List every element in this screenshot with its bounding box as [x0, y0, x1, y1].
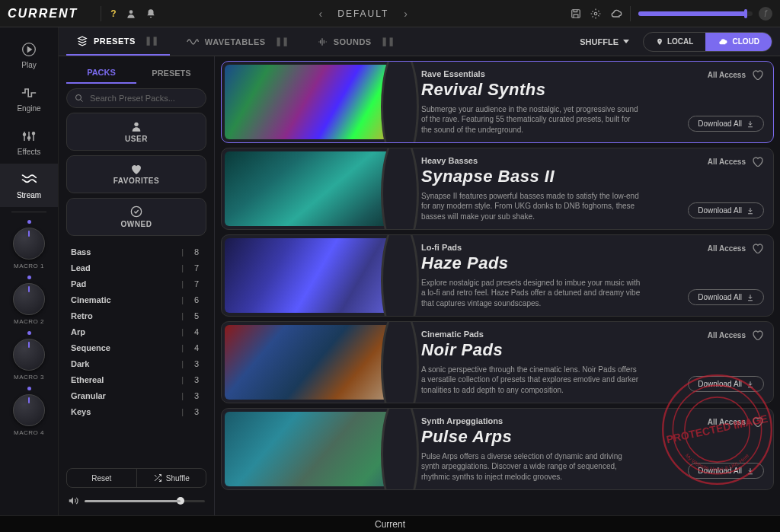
- prev-preset-button[interactable]: ‹: [319, 8, 323, 20]
- next-preset-button[interactable]: ›: [404, 8, 408, 20]
- download-all-button[interactable]: Download All: [688, 376, 764, 392]
- svg-point-0: [129, 10, 133, 14]
- app-logo: CURRENT: [8, 7, 78, 21]
- download-all-button[interactable]: Download All: [688, 202, 764, 218]
- favorite-button[interactable]: [752, 416, 764, 427]
- pack-title: Revival Synths: [421, 80, 764, 100]
- download-icon: [746, 294, 754, 301]
- macro-label: MACRO 4: [14, 429, 44, 436]
- svg-point-2: [594, 12, 597, 15]
- macro-knob-3[interactable]: MACRO 3: [10, 331, 48, 381]
- download-all-button[interactable]: Download All: [688, 116, 764, 132]
- save-icon[interactable]: [571, 8, 581, 19]
- category-row[interactable]: Granular|3: [66, 387, 203, 403]
- gear-icon[interactable]: [590, 8, 601, 19]
- preset-name[interactable]: DEFAULT: [337, 8, 388, 19]
- user-icon[interactable]: [126, 8, 136, 19]
- favorite-button[interactable]: [752, 330, 764, 340]
- category-count: 4: [190, 327, 199, 336]
- cloud-button[interactable]: CLOUD: [705, 33, 772, 51]
- owned-card[interactable]: OWNED: [66, 198, 206, 236]
- download-all-button[interactable]: Download All: [688, 289, 764, 305]
- search-input[interactable]: [90, 94, 198, 103]
- mute-button[interactable]: f: [759, 7, 772, 21]
- subtab-packs[interactable]: PACKS: [66, 62, 136, 84]
- favorite-button[interactable]: [752, 156, 764, 167]
- category-name: Dark: [71, 359, 175, 368]
- heart-icon: [130, 164, 142, 174]
- pack-card[interactable]: All Access Rave Essentials Revival Synth…: [221, 61, 774, 143]
- shuffle-button[interactable]: SHUFFLE: [572, 37, 637, 46]
- cloud-label: CLOUD: [732, 37, 759, 46]
- nav-stream[interactable]: Stream: [0, 164, 58, 207]
- category-count: 3: [190, 407, 199, 416]
- sounds-icon: [317, 37, 328, 47]
- pack-card[interactable]: All Access Heavy Basses Synapse Bass II …: [221, 148, 774, 230]
- pack-card[interactable]: All Access Lo-fi Pads Haze Pads Explore …: [221, 234, 774, 317]
- favorite-button[interactable]: [752, 69, 764, 80]
- local-button[interactable]: LOCAL: [644, 33, 705, 51]
- browser-tabs: PRESETS ❚❚ WAVETABLES ❚❚ SOUNDS ❚❚ SHUFF…: [59, 27, 780, 56]
- nav-effects[interactable]: Effects: [0, 120, 58, 164]
- tab-presets[interactable]: PRESETS ❚❚: [66, 27, 170, 56]
- pack-title: Noir Pads: [421, 340, 764, 360]
- nav-play[interactable]: Play: [0, 33, 58, 77]
- pack-card[interactable]: All Access Cinematic Pads Noir Pads A so…: [221, 321, 774, 403]
- bell-icon[interactable]: [145, 8, 156, 19]
- category-row[interactable]: Bass|8: [66, 244, 203, 260]
- macro-knob-2[interactable]: MACRO 2: [10, 276, 48, 325]
- category-name: Arp: [71, 327, 175, 336]
- tab-label: PRESETS: [94, 37, 136, 46]
- nav-engine[interactable]: Engine: [0, 77, 58, 120]
- svg-point-9: [131, 206, 141, 216]
- access-label: All Access: [708, 244, 746, 253]
- macro-knob-4[interactable]: MACRO 4: [10, 387, 48, 436]
- pack-list[interactable]: All Access Rave Essentials Revival Synth…: [215, 56, 780, 515]
- tab-sounds[interactable]: SOUNDS ❚❚: [306, 27, 406, 56]
- category-name: Sequence: [71, 343, 175, 352]
- download-icon: [746, 207, 754, 215]
- search-icon: [75, 94, 84, 103]
- pack-artwork: [222, 235, 412, 316]
- category-count: 7: [190, 263, 199, 272]
- svg-point-8: [134, 123, 138, 126]
- macro-knob-1[interactable]: MACRO 1: [10, 220, 48, 269]
- user-card[interactable]: USER: [66, 113, 206, 151]
- browser-sidebar: PACKS PRESETS USER FAVORITES OWNE: [59, 56, 215, 515]
- category-name: Keys: [71, 407, 175, 416]
- favorites-card[interactable]: FAVORITES: [66, 155, 206, 193]
- cloud-icon[interactable]: [610, 9, 622, 18]
- category-row[interactable]: Sequence|4: [66, 339, 203, 355]
- shuffle-cats-button[interactable]: Shuffle: [137, 469, 206, 487]
- pack-card[interactable]: All Access Synth Arpeggiations Pulse Arp…: [221, 408, 774, 490]
- help-icon[interactable]: ?: [110, 8, 116, 19]
- master-volume-slider[interactable]: [638, 11, 753, 16]
- category-name: Retro: [71, 311, 175, 320]
- category-row[interactable]: Arp|4: [66, 323, 203, 339]
- download-label: Download All: [698, 119, 742, 128]
- category-row[interactable]: Keys|3: [66, 403, 203, 419]
- category-row[interactable]: Lead|7: [66, 260, 203, 276]
- subtab-presets[interactable]: PRESETS: [136, 62, 206, 84]
- nav-label: Effects: [18, 148, 40, 156]
- download-all-button[interactable]: Download All: [688, 463, 764, 479]
- svg-rect-1: [572, 9, 580, 18]
- category-name: Granular: [71, 391, 175, 400]
- category-row[interactable]: Pad|7: [66, 276, 203, 291]
- search-box[interactable]: [66, 88, 206, 108]
- category-row[interactable]: Ethereal|3: [66, 371, 203, 387]
- category-name: Ethereal: [71, 375, 175, 384]
- category-row[interactable]: Cinematic|6: [66, 291, 203, 307]
- category-row[interactable]: Retro|5: [66, 307, 203, 323]
- tab-wavetables[interactable]: WAVETABLES ❚❚: [176, 27, 300, 56]
- reset-label: Reset: [91, 474, 111, 483]
- check-circle-icon: [130, 205, 142, 218]
- preview-volume[interactable]: [66, 492, 206, 509]
- reset-button[interactable]: Reset: [67, 469, 137, 487]
- category-row[interactable]: Dark|3: [66, 355, 203, 371]
- favorite-button[interactable]: [752, 243, 764, 253]
- app-name-footer: Current: [375, 519, 405, 530]
- svg-point-6: [33, 132, 35, 135]
- bottom-bar: Current: [0, 515, 780, 532]
- svg-point-7: [76, 95, 82, 100]
